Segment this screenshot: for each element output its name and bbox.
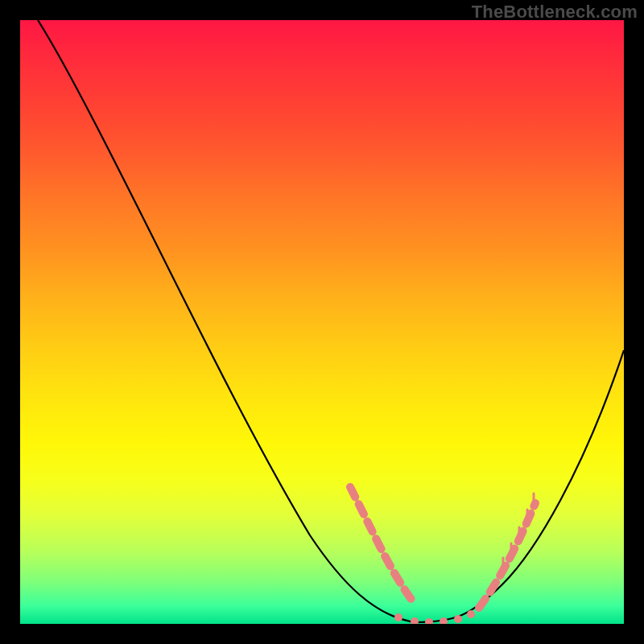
svg-point-5 <box>467 610 475 618</box>
bottleneck-curve-svg <box>20 20 624 624</box>
highlight-left <box>350 487 415 604</box>
svg-point-1 <box>411 617 419 624</box>
watermark-text: TheBottleneck.com <box>472 2 638 23</box>
svg-point-3 <box>440 617 448 624</box>
svg-point-4 <box>454 615 462 623</box>
svg-point-2 <box>425 618 433 624</box>
chart-frame: TheBottleneck.com <box>0 0 644 644</box>
svg-point-0 <box>394 613 402 621</box>
curve-path <box>38 20 624 622</box>
plot-area <box>20 20 624 624</box>
